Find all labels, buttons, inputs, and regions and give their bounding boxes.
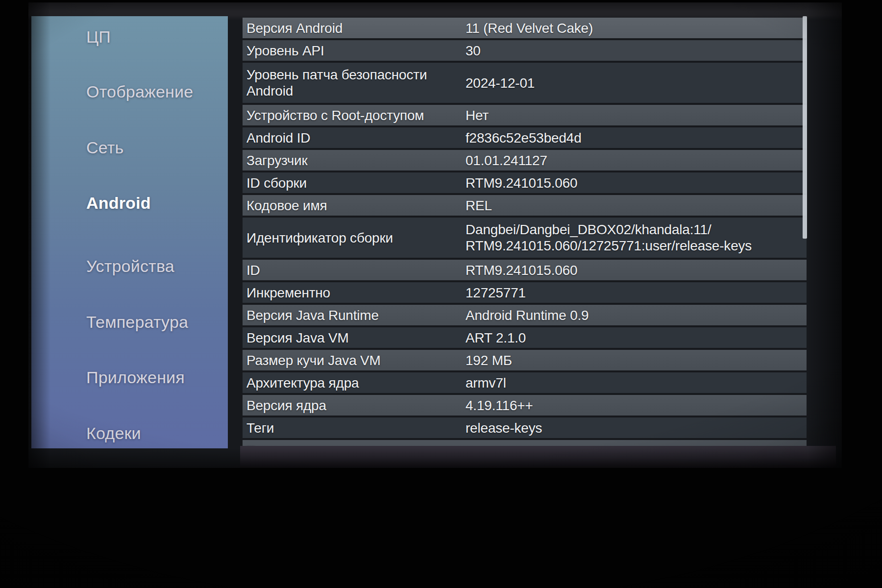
info-row-value: f2836c52e53bed4d bbox=[466, 130, 807, 146]
info-row-value: 4.19.116++ bbox=[466, 397, 807, 414]
info-row-security-patch[interactable]: Уровень патча безопасности Android 2024-… bbox=[243, 63, 807, 103]
info-row-value: RTM9.241015.060 bbox=[466, 175, 807, 191]
info-row-android-id[interactable]: Android ID f2836c52e53bed4d bbox=[243, 127, 807, 148]
info-row-java-vm[interactable]: Версия Java VM ART 2.1.0 bbox=[243, 327, 807, 348]
info-row-label: Версия Java VM bbox=[243, 330, 466, 346]
info-row-value: REL bbox=[466, 197, 807, 214]
info-row-root-access[interactable]: Устройство с Root-доступом Нет bbox=[243, 105, 807, 125]
info-row-java-heap[interactable]: Размер кучи Java VM 192 МБ bbox=[243, 350, 807, 370]
sidebar-item-label: Устройства bbox=[86, 257, 174, 276]
info-row-label: Теги bbox=[243, 420, 466, 436]
sidebar-item-label: Отображение bbox=[86, 82, 193, 101]
info-row-value: 192 МБ bbox=[466, 352, 807, 368]
info-row-build-fingerprint[interactable]: Идентификатор сборки Dangbei/Dangbei_DBO… bbox=[243, 218, 807, 258]
sidebar-item-apps[interactable]: Приложения bbox=[86, 367, 185, 388]
info-row-value: RTM9.241015.060 bbox=[466, 262, 807, 278]
sidebar-nav: ЦП Отображение Сеть Android Устройства Т… bbox=[31, 16, 228, 448]
sidebar-item-display[interactable]: Отображение bbox=[86, 81, 193, 102]
sidebar-item-temperature[interactable]: Температура bbox=[86, 311, 188, 333]
info-row-label: Версия Java Runtime bbox=[243, 307, 466, 323]
info-row-label: Устройство с Root-доступом bbox=[243, 107, 466, 123]
screen-bottom-strip bbox=[240, 446, 836, 468]
sidebar-item-label: Android bbox=[86, 194, 151, 213]
sidebar-item-label: ЦП bbox=[86, 27, 111, 47]
sidebar-item-cpu[interactable]: ЦП bbox=[86, 26, 111, 48]
info-row-label: Кодовое имя bbox=[243, 197, 466, 214]
info-row-value: release-keys bbox=[466, 420, 807, 436]
sidebar-item-android[interactable]: Android bbox=[86, 192, 151, 214]
info-row-label: Размер кучи Java VM bbox=[243, 352, 466, 368]
sidebar-item-label: Температура bbox=[86, 313, 188, 332]
info-row-value: Android Runtime 0.9 bbox=[466, 307, 807, 323]
info-row-incremental[interactable]: Инкрементно 12725771 bbox=[243, 282, 807, 303]
info-row-kernel-version[interactable]: Версия ядра 4.19.116++ bbox=[243, 395, 807, 416]
info-row-label: Инкрементно bbox=[243, 285, 466, 301]
info-row-label: Архитектура ядра bbox=[243, 375, 466, 391]
info-row-value: armv7l bbox=[466, 375, 807, 391]
sidebar-item-label: Приложения bbox=[86, 368, 185, 387]
info-row-tags[interactable]: Теги release-keys bbox=[243, 417, 807, 438]
sidebar-item-label: Сеть bbox=[86, 138, 123, 157]
sidebar-item-network[interactable]: Сеть bbox=[86, 137, 123, 158]
info-row-value: 30 bbox=[466, 43, 807, 59]
info-row-value: Dangbei/Dangbei_DBOX02/khandala:11/ RTM9… bbox=[466, 221, 807, 254]
info-row-label: Идентификатор сборки bbox=[243, 230, 466, 246]
info-row-android-version[interactable]: Версия Android 11 (Red Velvet Cake) bbox=[243, 18, 807, 38]
info-row-value: 11 (Red Velvet Cake) bbox=[466, 20, 807, 36]
info-row-value: ART 2.1.0 bbox=[466, 330, 807, 346]
projected-app-screen: ЦП Отображение Сеть Android Устройства Т… bbox=[28, 2, 842, 468]
info-row-kernel-arch[interactable]: Архитектура ядра armv7l bbox=[243, 372, 807, 393]
info-row-value: 2024-12-01 bbox=[466, 75, 807, 91]
photo-of-projected-screen: { "app": { "description": "Система инфор… bbox=[0, 0, 882, 588]
info-row-codename[interactable]: Кодовое имя REL bbox=[243, 195, 807, 216]
info-row-value: Нет bbox=[466, 107, 807, 123]
info-row-label: Загрузчик bbox=[243, 152, 466, 169]
info-row-bootloader[interactable]: Загрузчик 01.01.241127 bbox=[243, 150, 807, 171]
info-row-value: 12725771 bbox=[466, 285, 807, 301]
info-list: Версия Android 11 (Red Velvet Cake) Уров… bbox=[243, 18, 807, 448]
info-row-label: Версия Android bbox=[243, 20, 466, 36]
info-row-label: ID bbox=[243, 262, 466, 278]
info-row-label: ID сборки bbox=[243, 175, 466, 191]
sidebar-item-label: Кодеки bbox=[86, 424, 141, 443]
info-row-label: Android ID bbox=[243, 130, 466, 146]
info-row-build-id[interactable]: ID сборки RTM9.241015.060 bbox=[243, 172, 807, 193]
scrollbar[interactable] bbox=[803, 16, 807, 239]
info-row-label: Версия ядра bbox=[243, 397, 466, 414]
info-row-value: 01.01.241127 bbox=[466, 152, 807, 169]
info-row-label: Уровень патча безопасности Android bbox=[243, 67, 466, 99]
info-row-api-level[interactable]: Уровень API 30 bbox=[243, 40, 807, 61]
info-row-java-runtime[interactable]: Версия Java Runtime Android Runtime 0.9 bbox=[243, 305, 807, 325]
info-row-label: Уровень API bbox=[243, 43, 466, 59]
sidebar-item-devices[interactable]: Устройства bbox=[86, 255, 174, 277]
sidebar-item-codecs[interactable]: Кодеки bbox=[86, 422, 141, 444]
info-row-id[interactable]: ID RTM9.241015.060 bbox=[243, 260, 807, 280]
